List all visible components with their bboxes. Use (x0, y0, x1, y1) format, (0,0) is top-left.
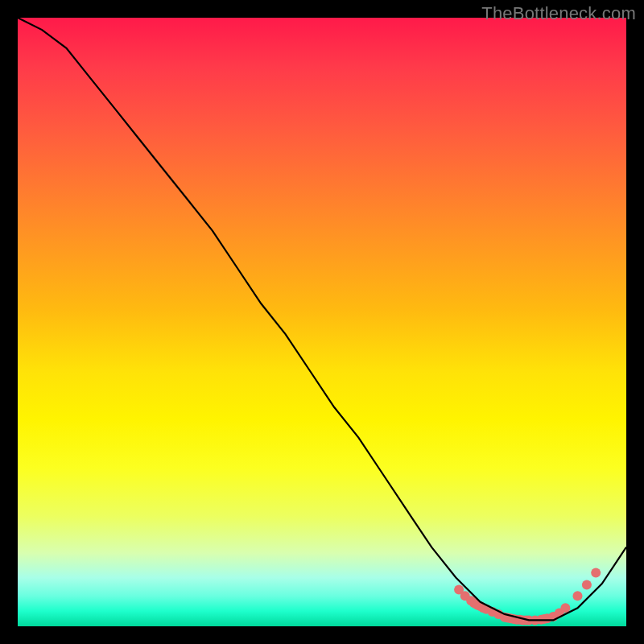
chart-stage: TheBottleneck.com (0, 0, 644, 644)
marker-dot (560, 603, 570, 613)
bottleneck-curve (18, 18, 626, 620)
bottleneck-plot (18, 18, 626, 626)
watermark-text: TheBottleneck.com (481, 3, 636, 24)
marker-dot (573, 591, 583, 601)
chart-svg (18, 18, 626, 626)
marker-cluster (454, 568, 601, 625)
marker-dot (582, 580, 592, 590)
marker-dot (591, 568, 601, 578)
